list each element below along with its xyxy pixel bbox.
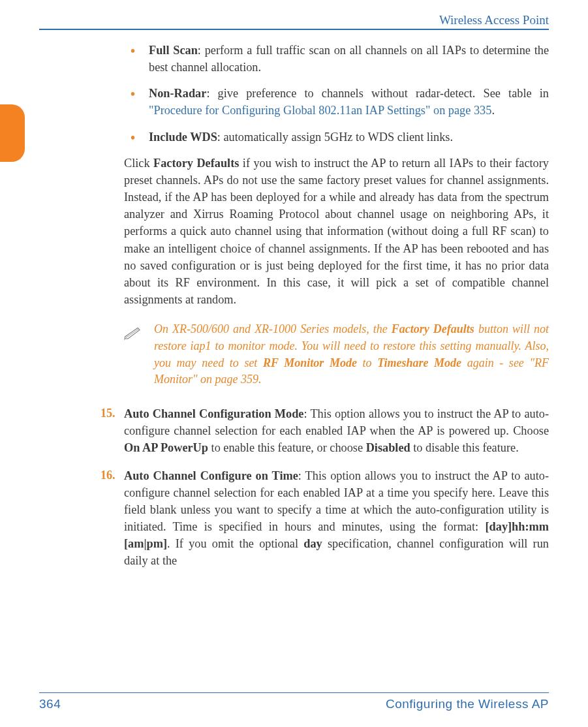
term: On AP PowerUp — [124, 441, 208, 454]
term: Disabled — [366, 441, 410, 454]
page-header: Wireless Access Point — [39, 13, 549, 30]
page-number: 364 — [39, 697, 61, 711]
text: to enable this feature, or choose — [208, 441, 366, 454]
bullet-text: : perform a full traffic scan on all cha… — [149, 44, 549, 74]
term: Timeshare Mode — [377, 356, 461, 369]
term-factory-defaults: Factory Defaults — [153, 157, 239, 170]
svg-line-1 — [124, 339, 125, 340]
bullet-label: Full Scan — [149, 44, 198, 57]
page-footer: 364 Configuring the Wireless AP — [39, 692, 549, 711]
header-title: Wireless Access Point — [439, 13, 549, 27]
text: Click — [124, 157, 153, 170]
note-block: On XR-500/600 and XR-1000 Series models,… — [124, 321, 549, 388]
term-day: day — [303, 537, 322, 550]
bullet-non-radar: Non-Radar: give preference to channels w… — [149, 85, 549, 119]
text: to — [357, 356, 377, 369]
item-number: 16. — [101, 467, 116, 484]
bullet-text: : automatically assign 5GHz to WDS clien… — [217, 131, 453, 144]
item-title: Auto Channel Configure on Time — [124, 469, 298, 482]
cross-ref-link[interactable]: "Procedure for Configuring Global 802.11… — [149, 104, 491, 117]
bullet-text: : give preference to channels without ra… — [206, 87, 549, 100]
paragraph-factory-defaults: Click Factory Defaults if you wish to in… — [124, 155, 549, 308]
text: . If you omit the optional — [167, 537, 303, 550]
bullet-include-wds: Include WDS: automatically assign 5GHz t… — [149, 129, 549, 146]
content-area: Full Scan: perform a full traffic scan o… — [124, 42, 549, 570]
bullet-text-end: . — [491, 104, 495, 117]
item-16: 16. Auto Channel Configure on Time: This… — [124, 467, 549, 570]
page: Wireless Access Point Full Scan: perform… — [0, 0, 588, 727]
svg-line-0 — [126, 329, 139, 338]
note-pen-icon — [124, 321, 154, 347]
note-text: On XR-500/600 and XR-1000 Series models,… — [154, 321, 549, 388]
text: On XR-500/600 and XR-1000 Series models,… — [154, 322, 392, 335]
bullet-label: Include WDS — [149, 131, 217, 144]
item-15: 15. Auto Channel Configuration Mode: Thi… — [124, 405, 549, 456]
side-tab-marker — [0, 104, 25, 162]
bullet-label: Non-Radar — [149, 87, 206, 100]
item-number: 15. — [101, 405, 116, 422]
footer-section-title: Configuring the Wireless AP — [386, 697, 549, 711]
text: to disable this feature. — [410, 441, 519, 454]
item-title: Auto Channel Configuration Mode — [124, 407, 303, 420]
term: Factory Defaults — [392, 322, 474, 335]
bullet-full-scan: Full Scan: perform a full traffic scan o… — [149, 42, 549, 76]
term: RF Monitor Mode — [263, 356, 357, 369]
bullet-list: Full Scan: perform a full traffic scan o… — [124, 42, 549, 146]
text: if you wish to instruct the AP to return… — [124, 157, 549, 306]
